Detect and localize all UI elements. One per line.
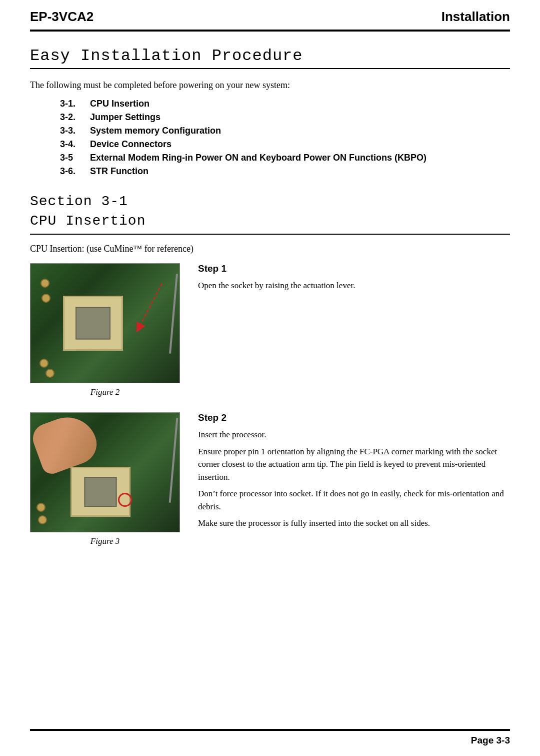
list-item: 3-5 External Modem Ring-in Power ON and … bbox=[60, 153, 510, 163]
step1-image-col: Figure 2 bbox=[30, 263, 180, 397]
intro-text: The following must be completed before p… bbox=[30, 80, 510, 91]
step2-text: Step 2 Insert the processor. Ensure prop… bbox=[198, 412, 510, 534]
step2-para4: Make sure the processor is fully inserte… bbox=[198, 517, 510, 530]
list-label: Device Connectors bbox=[90, 139, 172, 150]
step1-row: Figure 2 Step 1 Open the socket by raisi… bbox=[30, 263, 510, 397]
step2-para2: Ensure proper pin 1 orientation by align… bbox=[198, 445, 510, 484]
svg-line-1 bbox=[138, 284, 162, 328]
step2-title: Step 2 bbox=[198, 412, 510, 423]
list-label: STR Function bbox=[90, 166, 148, 177]
list-num: 3-2. bbox=[60, 112, 82, 123]
page-title: Easy Installation Procedure bbox=[30, 47, 510, 69]
list-label: System memory Configuration bbox=[90, 126, 221, 136]
header-product: EP-3VCA2 bbox=[30, 9, 94, 25]
header-section: Installation bbox=[442, 9, 510, 25]
list-label: External Modem Ring-in Power ON and Keyb… bbox=[90, 153, 426, 163]
step1-body: Open the socket by raising the actuation… bbox=[198, 279, 510, 292]
list-item: 3-4. Device Connectors bbox=[60, 139, 510, 150]
cpu-intro-text: CPU Insertion: (use CuMine™ for referenc… bbox=[30, 244, 510, 254]
step1-body-text: Open the socket by raising the actuation… bbox=[198, 279, 510, 292]
list-item: 3-1. CPU Insertion bbox=[60, 99, 510, 109]
page-footer: Page 3-3 bbox=[30, 729, 510, 746]
section-heading-line2: CPU Insertion bbox=[30, 213, 146, 229]
list-label: CPU Insertion bbox=[90, 99, 150, 109]
socket2-inner bbox=[84, 477, 117, 507]
figure3-image bbox=[30, 412, 180, 532]
figure3-caption: Figure 3 bbox=[90, 536, 120, 546]
installation-list: 3-1. CPU Insertion 3-2. Jumper Settings … bbox=[60, 99, 510, 177]
figure2-caption: Figure 2 bbox=[90, 387, 120, 397]
arrow-svg bbox=[30, 264, 180, 383]
figure2-image bbox=[30, 263, 180, 383]
step1-title: Step 1 bbox=[198, 263, 510, 274]
list-num: 3-6. bbox=[60, 166, 82, 177]
page-header: EP-3VCA2 Installation bbox=[30, 0, 510, 32]
socket2-graphic bbox=[70, 467, 130, 517]
cpu-intro-span: CPU Insertion: (use CuMine™ for referenc… bbox=[30, 244, 194, 254]
step2-image-col: Figure 3 bbox=[30, 412, 180, 546]
list-num: 3-1. bbox=[60, 99, 82, 109]
page-number: Page 3-3 bbox=[471, 735, 510, 746]
step2-body: Insert the processor. Ensure proper pin … bbox=[198, 428, 510, 530]
step2-para1: Insert the processor. bbox=[198, 428, 510, 441]
list-num: 3-5 bbox=[60, 153, 82, 163]
list-item: 3-2. Jumper Settings bbox=[60, 112, 510, 123]
step2-row: Figure 3 Step 2 Insert the processor. En… bbox=[30, 412, 510, 546]
list-item: 3-3. System memory Configuration bbox=[60, 126, 510, 136]
section-heading-line1: Section 3-1 bbox=[30, 194, 128, 209]
step2-para3: Don’t force processor into socket. If it… bbox=[198, 487, 510, 513]
list-num: 3-4. bbox=[60, 139, 82, 150]
section-heading: Section 3-1 CPU Insertion bbox=[30, 192, 510, 235]
step1-text: Step 1 Open the socket by raising the ac… bbox=[198, 263, 510, 296]
list-label: Jumper Settings bbox=[90, 112, 160, 123]
list-num: 3-3. bbox=[60, 126, 82, 136]
list-item: 3-6. STR Function bbox=[60, 166, 510, 177]
page: EP-3VCA2 Installation Easy Installation … bbox=[0, 0, 540, 756]
